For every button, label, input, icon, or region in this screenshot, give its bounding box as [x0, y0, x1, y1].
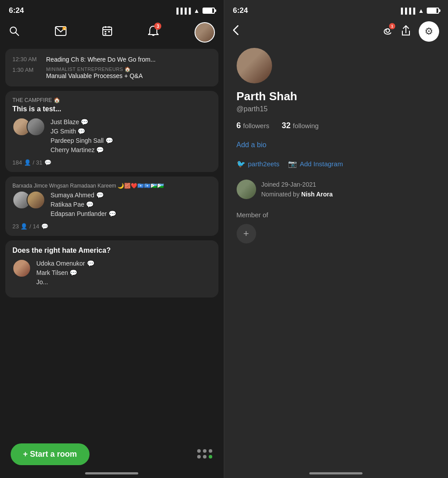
speaker-avatar-1b	[27, 118, 45, 136]
chat-count-1: 31	[36, 159, 42, 166]
status-icons-right: ▐▐▐▐ ▲	[399, 7, 439, 14]
speakers-names-2: Sumaya Ahmed 💬 Ratikaa Pae 💬 Edapsan Pun…	[51, 191, 116, 219]
speaker-name-3c: Jo...	[36, 278, 94, 287]
schedule-org: MINIMALIST ENTREPRENEURS 🏠	[46, 67, 143, 72]
start-room-button[interactable]: + Start a room	[11, 443, 90, 465]
schedule-time-1: 12:30 AM	[12, 56, 41, 63]
dot-2	[203, 449, 206, 453]
speakers-names-3: Udoka Omenukor 💬 Mark Tilsen 💬 Jo...	[36, 259, 94, 287]
schedule-item-2: MINIMALIST ENTREPRENEURS 🏠 Manual Valuab…	[46, 67, 143, 79]
nominator-name: Nish Arora	[301, 191, 333, 198]
room-stats-2: 23 👤 / 14 💬	[12, 223, 211, 230]
room-card-1[interactable]: THE CAMPFIRE 🏠 This is a test... Just Bl…	[5, 91, 218, 172]
twitter-icon: 🐦	[237, 160, 245, 168]
time-right: 6:24	[233, 6, 248, 15]
search-icon[interactable]	[9, 26, 19, 39]
joined-text: Joined 29-Jan-2021 Nominated by Nish Aro…	[261, 180, 333, 200]
room-card-3[interactable]: Does the right hate America? Udoka Omenu…	[5, 240, 218, 298]
listeners-num-2: 23	[12, 223, 19, 230]
room-title-3: Does the right hate America?	[12, 247, 211, 255]
gear-icon: ⚙	[425, 26, 433, 37]
speaker-avatars-3	[12, 259, 31, 287]
chat-count-2: 14	[33, 223, 39, 230]
status-icons-left: ▐▐▐▐ ▲	[175, 7, 215, 14]
bell-badge: 3	[154, 23, 161, 30]
wifi-icon: ▲	[194, 7, 200, 14]
calendar-icon[interactable]	[102, 26, 113, 39]
right-nav-icons: 1 ⚙	[382, 21, 439, 42]
speaker-name-2c: Edapsan Puntlander 💬	[51, 209, 116, 219]
room-card-2[interactable]: Barxada Jimce Wngsan Ramadaan Kareem 🌙🧱❤…	[5, 176, 218, 236]
schedule-sub: Manual Valuable Processes + Q&A	[46, 72, 143, 79]
person-icon-2: 👤	[20, 223, 27, 230]
speaker-avatar-2b	[27, 191, 45, 209]
left-panel: 6:24 ▐▐▐▐ ▲ ✦	[0, 0, 224, 478]
schedule-card[interactable]: 12:30 AM Reading Ch 8: Where Do We Go fr…	[5, 49, 218, 86]
time-left: 6:24	[9, 6, 24, 15]
schedule-title-1: Reading Ch 8: Where Do We Go from...	[46, 56, 211, 63]
speaker-name-3a: Udoka Omenukor 💬	[36, 259, 94, 268]
share-icon[interactable]	[401, 25, 411, 38]
speaker-name-2a: Sumaya Ahmed 💬	[51, 191, 116, 200]
add-club-button[interactable]: +	[237, 224, 256, 243]
speaker-avatars-1	[12, 118, 45, 155]
profile-content: Parth Shah @parth15 6 followers 32 follo…	[224, 48, 448, 478]
user-avatar-nav[interactable]	[195, 22, 215, 43]
followers-count: 6	[237, 121, 241, 130]
speaker-name-2b: Ratikaa Pae 💬	[51, 200, 116, 209]
speakers-row-2: Sumaya Ahmed 💬 Ratikaa Pae 💬 Edapsan Pun…	[12, 191, 211, 219]
speaker-name-1b: JG Smith 💬	[51, 127, 113, 136]
speaker-name-3b: Mark Tilsen 💬	[36, 268, 94, 278]
joined-date: Joined 29-Jan-2021	[261, 180, 333, 189]
nominated-text: Nominated by Nish Arora	[261, 189, 333, 199]
nominator-avatar	[237, 180, 256, 199]
add-bio-link[interactable]: Add a bio	[237, 141, 436, 149]
dots-icon[interactable]	[197, 449, 213, 459]
instagram-link[interactable]: 📷 Add Instagram	[288, 160, 343, 168]
dots-grid	[197, 449, 213, 459]
member-of-label: Member of	[237, 211, 436, 219]
svg-rect-11	[105, 33, 106, 35]
person-icon: 👤	[24, 159, 31, 166]
listener-count-1: 184 👤 / 31 💬	[12, 159, 51, 166]
listeners-num-1: 184	[12, 159, 22, 166]
following-count: 32	[282, 121, 291, 130]
settings-button[interactable]: ⚙	[419, 21, 439, 42]
top-nav-left: ✦ 3	[0, 18, 224, 49]
room-tag-2: Barxada Jimce Wngsan Ramadaan Kareem 🌙🧱❤…	[12, 183, 211, 189]
signal-icon: ▐▐▐▐	[175, 8, 191, 14]
battery-icon-right	[427, 8, 439, 14]
mail-icon[interactable]: ✦	[55, 26, 66, 39]
back-button[interactable]	[233, 25, 238, 38]
profile-stats: 6 followers 32 following	[237, 121, 436, 130]
speaker-name-1a: Just Blaze 💬	[51, 118, 113, 127]
dot-1	[197, 449, 201, 453]
speakers-names-1: Just Blaze 💬 JG Smith 💬 Pardeep Singh Sa…	[51, 118, 113, 155]
profile-handle: @parth15	[237, 105, 436, 113]
speaker-avatar-3a	[12, 259, 31, 278]
svg-line-1	[16, 33, 19, 36]
profile-avatar	[237, 48, 272, 83]
instagram-icon: 📷	[288, 160, 297, 168]
dot-4	[197, 455, 201, 458]
profile-joined: Joined 29-Jan-2021 Nominated by Nish Aro…	[237, 180, 436, 200]
svg-rect-9	[105, 31, 106, 32]
followers-label: followers	[243, 122, 269, 129]
right-top-nav: 1 ⚙	[224, 18, 448, 48]
listener-count-2: 23 👤 / 14 💬	[12, 223, 48, 230]
speaker-avatars-2	[12, 191, 45, 219]
followers-stat[interactable]: 6 followers	[237, 121, 269, 130]
room-title-1: This is a test...	[12, 105, 211, 113]
mentions-icon[interactable]: 1	[382, 25, 393, 38]
speakers-row-3: Udoka Omenukor 💬 Mark Tilsen 💬 Jo...	[12, 259, 211, 287]
following-stat[interactable]: 32 following	[282, 121, 319, 130]
twitter-link[interactable]: 🐦 parth2eets	[237, 160, 280, 168]
speaker-name-1d: Cherry Martinez 💬	[51, 145, 113, 155]
schedule-time-2: 1:30 AM	[12, 67, 41, 73]
home-indicator-right	[309, 472, 362, 474]
twitter-handle: parth2eets	[248, 160, 280, 168]
schedule-row-1: 12:30 AM Reading Ch 8: Where Do We Go fr…	[12, 54, 211, 65]
dot-3	[209, 449, 212, 453]
profile-name: Parth Shah	[237, 90, 436, 103]
bell-icon[interactable]: 3	[148, 25, 159, 39]
